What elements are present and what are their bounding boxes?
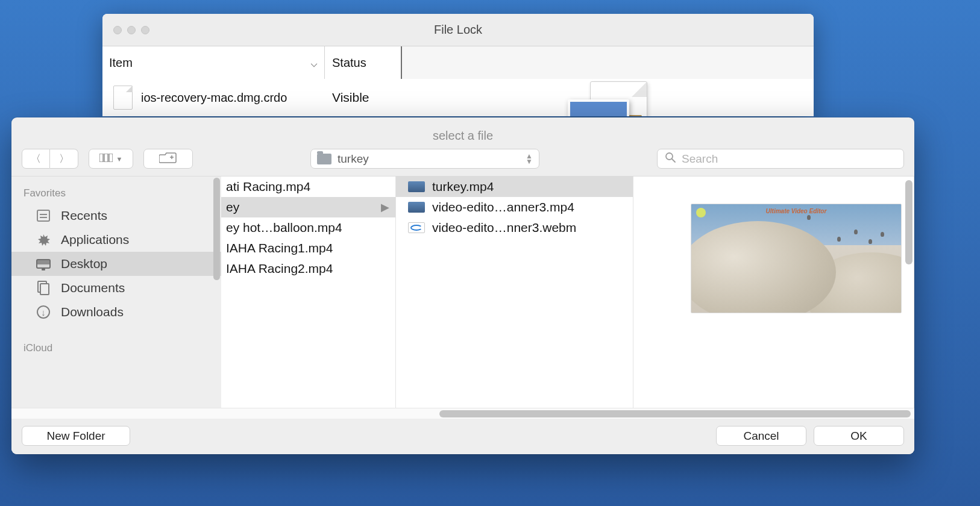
file-icon — [113, 86, 133, 110]
svg-rect-2 — [109, 154, 113, 162]
column-browser: ati Racing.mp4 ey▶ ey hot…balloon.mp4 IA… — [221, 176, 914, 408]
new-folder-button[interactable]: New Folder — [22, 426, 130, 446]
file-picker-sheet: select a file 〈 〉 ▼ turkey ▲▼ — [11, 117, 914, 454]
sidebar-item-label: Downloads — [61, 305, 124, 319]
filelock-row-status: Visible — [332, 90, 369, 105]
columns-view-icon — [99, 153, 113, 165]
webm-file-icon — [408, 222, 425, 233]
filelock-column-headers: Item ⌵ Status — [102, 46, 814, 79]
documents-icon — [36, 281, 51, 295]
ok-button[interactable]: OK — [814, 426, 904, 446]
filelock-titlebar: File Lock — [102, 14, 814, 46]
chevron-down-icon: ⌵ — [310, 55, 318, 70]
video-file-icon — [408, 202, 425, 213]
preview-thumbnail: Ultimate Video Editor — [691, 204, 902, 313]
search-icon — [665, 152, 676, 166]
list-item[interactable]: IAHA Racing2.mp4 — [221, 258, 395, 279]
sidebar-item-label: Documents — [61, 281, 125, 295]
filelock-col-status[interactable]: Status — [325, 46, 402, 79]
sidebar-item-documents[interactable]: Documents — [11, 276, 221, 300]
folder-plus-icon — [159, 151, 177, 166]
new-folder-toolbar-button[interactable] — [143, 149, 193, 169]
svg-line-6 — [672, 159, 675, 162]
sheet-title: select a file — [11, 129, 914, 143]
filelock-row[interactable]: ios-recovery-mac.dmg.crdo Visible — [102, 79, 814, 116]
filelock-row-name: ios-recovery-mac.dmg.crdo — [141, 91, 287, 105]
list-item[interactable]: video-edito…nner3.webm — [396, 217, 633, 238]
sidebar-scrollbar[interactable] — [212, 176, 221, 408]
search-field[interactable] — [657, 149, 904, 169]
sidebar-header-icloud: iCloud — [11, 337, 221, 358]
nav-forward-button[interactable]: 〉 — [50, 149, 78, 169]
desktop-icon — [36, 257, 51, 270]
path-popup-label: turkey — [338, 152, 520, 166]
svg-point-5 — [666, 153, 673, 160]
folder-icon — [317, 154, 331, 164]
video-file-icon — [408, 181, 425, 192]
svg-rect-1 — [104, 154, 108, 162]
filelock-col-status-label: Status — [332, 56, 366, 70]
chevron-right-icon: ▶ — [381, 201, 389, 214]
up-down-chevron-icon: ▲▼ — [526, 154, 533, 164]
sheet-toolbar: 〈 〉 ▼ turkey ▲▼ — [11, 143, 914, 176]
column-2: turkey.mp4 video-edito…anner3.mp4 video-… — [396, 176, 633, 408]
sidebar-item-label: Applications — [61, 233, 129, 247]
sidebar-header-favorites: Favorites — [11, 183, 221, 204]
filelock-col-item-label: Item — [109, 56, 133, 70]
list-item[interactable]: ati Racing.mp4 — [221, 176, 395, 197]
svg-rect-0 — [99, 154, 103, 162]
list-item[interactable]: turkey.mp4 — [396, 176, 633, 197]
sidebar: Favorites Recents Applications Desktop D… — [11, 176, 221, 408]
list-item[interactable]: IAHA Racing1.mp4 — [221, 238, 395, 258]
preview-overlay-title: Ultimate Video Editor — [691, 208, 901, 214]
scrollbar-thumb[interactable] — [213, 178, 220, 280]
columns-horizontal-scrollbar[interactable] — [11, 408, 914, 419]
scrollbar-thumb[interactable] — [439, 410, 911, 417]
sidebar-item-recents[interactable]: Recents — [11, 204, 221, 228]
filelock-preview-thumb — [563, 81, 653, 116]
chevron-down-icon: ▼ — [116, 155, 123, 163]
scrollbar-thumb[interactable] — [905, 180, 912, 264]
column-1: ati Racing.mp4 ey▶ ey hot…balloon.mp4 IA… — [221, 176, 396, 408]
filelock-window: File Lock Item ⌵ Status ios-recovery-mac… — [102, 14, 814, 116]
filelock-col-item[interactable]: Item ⌵ — [102, 46, 325, 79]
list-item[interactable]: video-edito…anner3.mp4 — [396, 197, 633, 217]
filelock-col-filler — [402, 46, 814, 79]
path-popup-button[interactable]: turkey ▲▼ — [310, 149, 539, 169]
cancel-button[interactable]: Cancel — [716, 426, 806, 446]
view-mode-button[interactable]: ▼ — [89, 149, 133, 169]
downloads-icon: ↓ — [36, 305, 51, 319]
recents-icon — [36, 209, 51, 222]
preview-pane: Ultimate Video Editor — [633, 176, 914, 408]
sidebar-item-applications[interactable]: Applications — [11, 228, 221, 252]
list-item[interactable]: ey hot…balloon.mp4 — [221, 217, 395, 238]
sidebar-item-desktop[interactable]: Desktop — [11, 252, 221, 276]
nav-segment: 〈 〉 — [22, 149, 78, 169]
filelock-window-title: File Lock — [102, 23, 814, 37]
sidebar-item-downloads[interactable]: ↓ Downloads — [11, 300, 221, 324]
sidebar-item-label: Desktop — [61, 257, 107, 271]
list-item[interactable]: ey▶ — [221, 197, 395, 217]
applications-icon — [36, 233, 51, 246]
sidebar-item-label: Recents — [61, 208, 107, 223]
chevron-right-icon: 〉 — [59, 152, 69, 166]
nav-back-button[interactable]: 〈 — [22, 149, 50, 169]
search-input[interactable] — [682, 152, 896, 166]
columns-vertical-scrollbar[interactable] — [903, 176, 914, 408]
chevron-left-icon: 〈 — [31, 152, 41, 166]
sheet-footer: New Folder Cancel OK — [11, 419, 914, 454]
